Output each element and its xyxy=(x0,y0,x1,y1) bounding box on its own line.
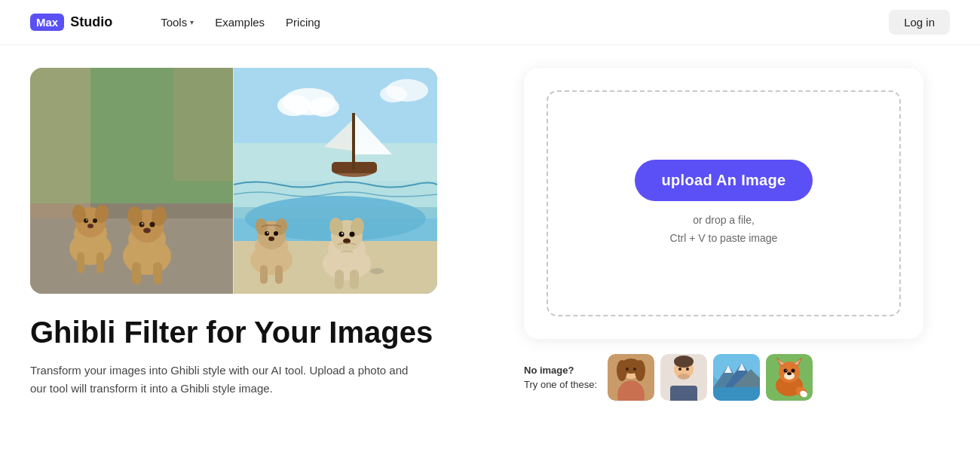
svg-rect-17 xyxy=(96,252,104,273)
sample-thumbs xyxy=(608,354,813,401)
sample-thumb-man[interactable] xyxy=(660,354,707,401)
try-these-text: Try one of these: xyxy=(524,379,597,390)
sample-images-row: No image? Try one of these: xyxy=(524,354,923,401)
svg-point-82 xyxy=(674,356,694,368)
svg-point-13 xyxy=(93,218,97,223)
login-button[interactable]: Log in xyxy=(889,10,950,35)
drop-text-line1: or drop a file, xyxy=(693,214,755,226)
svg-point-83 xyxy=(678,368,681,371)
drop-zone[interactable]: upload An Image or drop a file, Ctrl + V… xyxy=(547,90,901,316)
sample-thumb-woman[interactable] xyxy=(608,354,654,401)
svg-point-60 xyxy=(350,232,355,237)
svg-point-105 xyxy=(787,372,792,375)
nav-examples[interactable]: Examples xyxy=(206,11,274,33)
svg-point-103 xyxy=(786,370,787,371)
svg-point-75 xyxy=(617,360,627,381)
hero-image xyxy=(30,68,437,294)
svg-point-26 xyxy=(143,228,151,233)
svg-rect-16 xyxy=(77,252,84,273)
svg-point-23 xyxy=(139,222,145,227)
svg-rect-40 xyxy=(352,113,355,169)
svg-rect-53 xyxy=(275,265,283,284)
sample-thumb-fox[interactable] xyxy=(766,354,813,401)
svg-point-67 xyxy=(309,97,339,117)
nav-pricing[interactable]: Pricing xyxy=(277,11,329,33)
svg-rect-52 xyxy=(260,265,268,284)
svg-point-24 xyxy=(150,222,155,227)
logo[interactable]: Max Studio xyxy=(30,14,112,31)
svg-point-76 xyxy=(635,360,645,381)
svg-point-49 xyxy=(274,231,278,236)
sample-thumb-landscape[interactable] xyxy=(713,354,760,401)
hero-description: Transform your images into Ghibli style … xyxy=(30,362,422,398)
svg-point-84 xyxy=(686,368,689,371)
page-title: Ghibli Filter for Your Images xyxy=(30,315,452,349)
nav-links: Tools ▾ Examples Pricing xyxy=(152,11,865,33)
main-content: Ghibli Filter for Your Images Transform … xyxy=(0,45,980,423)
svg-point-15 xyxy=(87,224,93,228)
svg-point-101 xyxy=(784,369,788,373)
svg-rect-28 xyxy=(153,262,162,285)
svg-point-85 xyxy=(678,374,690,380)
left-panel: Ghibli Filter for Your Images Transform … xyxy=(30,68,452,398)
svg-rect-6 xyxy=(173,68,234,181)
svg-point-37 xyxy=(370,268,384,274)
upload-button[interactable]: upload An Image xyxy=(635,160,813,201)
svg-point-51 xyxy=(268,237,274,241)
svg-point-59 xyxy=(339,232,345,237)
svg-rect-93 xyxy=(713,387,760,401)
svg-point-50 xyxy=(267,232,268,233)
svg-rect-64 xyxy=(350,270,359,289)
logo-name: Studio xyxy=(70,14,112,30)
svg-point-12 xyxy=(84,218,88,223)
drop-text: or drop a file, Ctrl + V to paste image xyxy=(670,212,778,248)
svg-rect-5 xyxy=(30,68,90,218)
svg-point-25 xyxy=(142,223,143,224)
svg-rect-27 xyxy=(132,262,141,285)
svg-point-102 xyxy=(792,369,795,373)
nav-tools[interactable]: Tools ▾ xyxy=(152,11,203,33)
svg-point-78 xyxy=(633,368,636,371)
svg-point-66 xyxy=(277,95,311,116)
upload-card: upload An Image or drop a file, Ctrl + V… xyxy=(524,68,923,339)
sample-label: No image? Try one of these: xyxy=(524,363,597,392)
svg-point-61 xyxy=(341,233,343,234)
no-image-text: No image? xyxy=(524,363,597,378)
navbar: Max Studio Tools ▾ Examples Pricing Log … xyxy=(0,0,980,45)
svg-point-14 xyxy=(86,219,87,221)
svg-point-77 xyxy=(626,368,629,371)
svg-rect-63 xyxy=(335,270,344,289)
right-panel: upload An Image or drop a file, Ctrl + V… xyxy=(498,68,950,401)
chevron-down-icon: ▾ xyxy=(190,18,194,26)
svg-rect-81 xyxy=(670,386,697,401)
svg-point-48 xyxy=(265,231,269,236)
logo-badge: Max xyxy=(30,14,64,31)
svg-point-69 xyxy=(380,86,407,102)
drop-text-line2: Ctrl + V to paste image xyxy=(670,232,778,244)
